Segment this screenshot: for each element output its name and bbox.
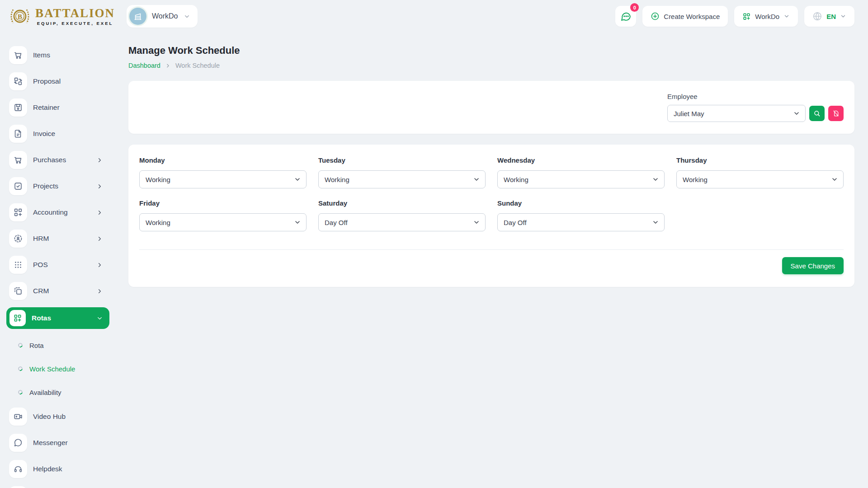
messages-button[interactable]: 0 [615,6,636,27]
brand-name: BATTALION [35,7,115,19]
day-label: Friday [139,199,307,207]
save-changes-button[interactable]: Save Changes [782,257,844,274]
copy-icon [9,282,27,300]
sidebar-item-pos[interactable]: POS [9,255,106,275]
building-icon [133,11,143,21]
clear-filter-button[interactable] [828,106,844,121]
sunday-select[interactable]: Day Off [497,213,665,231]
wednesday-select[interactable]: Working [497,170,665,188]
laurel-emblem-icon: B [8,4,32,29]
create-workspace-button[interactable]: Create Workspace [642,6,728,27]
day-label: Monday [139,156,307,164]
day-label: Sunday [497,199,665,207]
chevron-right-icon [96,183,103,190]
chevron-right-icon [96,288,103,295]
swap-boxes-icon [9,72,27,90]
globe-icon [812,11,822,21]
day-label: Wednesday [497,156,665,164]
saturday-select[interactable]: Day Off [318,213,486,231]
cart-icon [9,151,27,169]
language-selector[interactable]: EN [804,6,854,27]
top-header: B BATTALION EQUIP, EXECUTE, EXEL WorkDo … [0,0,868,33]
sidebar-item-messenger[interactable]: Messenger [9,433,106,453]
sidebar-item-items[interactable]: Items [9,45,106,65]
sidebar-item-helpdesk[interactable]: Helpdesk [9,459,106,479]
sidebar-item-rotas[interactable]: Rotas [6,307,109,329]
employee-filter-card: Employee Juliet May [128,81,854,134]
chevron-down-icon [840,13,846,19]
grid-plus-icon [9,310,26,326]
sidebar-item-hrm[interactable]: HRM [9,229,106,249]
chevron-right-icon [96,209,103,216]
sidebar-subitem-availability[interactable]: Availability [18,383,106,401]
grid-plus-icon [742,12,751,21]
sidebar-item-projects[interactable]: Projects [9,176,106,196]
bullet-icon [17,366,24,372]
breadcrumb: Dashboard Work Schedule [128,62,854,69]
file-icon [9,125,27,143]
plus-circle-icon [651,12,660,21]
page-title: Manage Work Schedule [128,45,854,56]
breadcrumb-dashboard-link[interactable]: Dashboard [128,62,160,69]
day-cell-thursday: Thursday Working [676,156,844,188]
sidebar-item-video-hub[interactable]: Video Hub [9,407,106,427]
search-icon [813,110,821,117]
workspace-name: WorkDo [152,12,178,20]
sidebar-item-proposal[interactable]: Proposal [9,71,106,91]
breadcrumb-current: Work Schedule [175,62,220,69]
sidebar-item-accounting[interactable]: Accounting [9,202,106,222]
chat-bubble-icon [620,11,632,22]
main-content: Manage Work Schedule Dashboard Work Sche… [112,33,868,488]
file-slash-icon [832,110,840,117]
day-label: Saturday [318,199,486,207]
day-cell-wednesday: Wednesday Working [497,156,665,188]
sidebar-item-crm[interactable]: CRM [9,281,106,301]
bullet-icon [17,389,24,395]
workspace-avatar [129,8,146,25]
schedule-footer: Save Changes [139,249,844,274]
brand-logo: B BATTALION EQUIP, EXECUTE, EXEL [8,4,115,29]
day-cell-sunday: Sunday Day Off [497,199,665,231]
sidebar-item-purchases[interactable]: Purchases [9,150,106,170]
employee-select[interactable]: Juliet May [667,105,806,122]
chevron-down-icon [96,315,103,322]
headphones-icon [9,460,27,478]
save-icon [9,99,27,117]
dots-grid-icon [9,256,27,274]
chevron-down-icon [783,13,790,19]
chevron-right-icon [96,235,103,242]
cart-icon [9,46,27,64]
tuesday-select[interactable]: Working [318,170,486,188]
workspace-selector[interactable]: WorkDo [127,5,198,28]
gear-icon [9,486,27,488]
day-cell-saturday: Saturday Day Off [318,199,486,231]
chevron-right-icon [96,262,103,268]
sidebar-item-settings[interactable]: Settings [9,485,106,488]
monday-select[interactable]: Working [139,170,307,188]
chevron-right-icon [96,157,103,164]
bullet-icon [17,342,24,348]
sidebar-item-invoice[interactable]: Invoice [9,124,106,144]
workdo-menu-label: WorkDo [755,13,779,20]
language-code: EN [826,13,836,20]
grid-plus-icon [9,203,27,221]
search-button[interactable] [809,106,825,121]
employee-label: Employee [667,93,844,100]
sidebar-item-retainer[interactable]: Retainer [9,98,106,117]
svg-text:B: B [18,13,22,20]
sidebar-subitem-rota[interactable]: Rota [18,336,106,354]
friday-select[interactable]: Working [139,213,307,231]
sidebar-subitem-work-schedule[interactable]: Work Schedule [18,360,106,378]
square-check-icon [9,177,27,195]
schedule-card: Monday Working Tuesday Working Wednesday [128,145,854,287]
day-cell-tuesday: Tuesday Working [318,156,486,188]
thursday-select[interactable]: Working [676,170,844,188]
day-cell-monday: Monday Working [139,156,307,188]
workdo-menu-button[interactable]: WorkDo [734,6,798,27]
day-cell-friday: Friday Working [139,199,307,231]
chevron-down-icon [184,13,190,20]
chat-icon [9,434,27,452]
brand-tagline: EQUIP, EXECUTE, EXEL [37,21,113,26]
notification-badge: 0 [630,3,639,12]
create-workspace-label: Create Workspace [664,13,720,20]
